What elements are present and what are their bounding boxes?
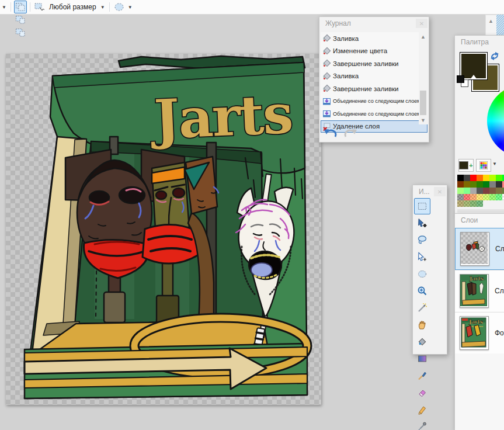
selection-mode-xor-button[interactable]	[14, 26, 27, 39]
paint-bucket-tool[interactable]	[414, 334, 430, 350]
tool-options-toolbar: ▼ Любой размер ▼	[0, 0, 504, 15]
lasso-select-icon	[417, 235, 427, 245]
palette-swatch[interactable]	[470, 175, 477, 181]
sampling-mode-icon[interactable]	[113, 1, 126, 13]
palette-swatch[interactable]	[464, 175, 470, 181]
tools-close-icon[interactable]: ✕	[434, 187, 446, 196]
history-item[interactable]: Объединение со следующим слоем	[321, 95, 427, 108]
palette-swatch[interactable]	[470, 194, 477, 200]
tools-panel-header[interactable]: И... ✕	[413, 185, 447, 198]
palette-swatch[interactable]	[489, 175, 496, 181]
pan-tool[interactable]	[414, 317, 430, 333]
layers-panel-header[interactable]: Слои	[455, 214, 504, 227]
history-item-label: Заливка	[333, 72, 359, 79]
zoom-tool[interactable]	[414, 283, 430, 299]
palette-swatch[interactable]	[470, 200, 477, 207]
palette-swatch[interactable]	[457, 188, 464, 194]
palette-swatch[interactable]	[477, 200, 483, 207]
selection-mode-intersect-button[interactable]	[14, 1, 27, 13]
palette-swatch[interactable]	[477, 181, 483, 188]
selection-mode-subtract-button[interactable]	[14, 13, 27, 26]
rectangle-select-tool[interactable]	[414, 198, 430, 214]
eraser-icon	[417, 387, 427, 398]
layer-row-background[interactable]: Jarts the darts game Фон	[455, 312, 504, 353]
history-panel-header[interactable]: Журнал ✕	[319, 17, 429, 30]
palette-swatch[interactable]	[496, 175, 502, 181]
palette-panel-header[interactable]: Палитра	[455, 36, 504, 48]
history-item[interactable]: Изменение цвета	[321, 45, 427, 58]
scroll-down-icon[interactable]: ▼	[419, 116, 427, 124]
palette-swatch[interactable]	[457, 181, 464, 188]
move-selection-icon	[417, 252, 427, 262]
color-picker-tool[interactable]	[414, 418, 430, 430]
paintbrush-tool[interactable]	[414, 367, 430, 384]
tools-panel: И... ✕ T	[412, 185, 447, 355]
layer-row-layer[interactable]: Слой	[455, 228, 504, 270]
swap-colors-icon[interactable]	[490, 51, 499, 61]
palette-swatch[interactable]	[483, 175, 489, 181]
toolbar-overflow-caret[interactable]: ▼	[0, 5, 8, 10]
palette-swatch[interactable]	[457, 200, 464, 207]
lasso-select-tool[interactable]	[414, 232, 430, 248]
layer-thumbnail: Jarts the darts game	[460, 316, 489, 350]
palette-swatch[interactable]	[483, 194, 489, 200]
move-selected-pixels-tool[interactable]	[414, 215, 430, 231]
ellipse-select-tool[interactable]	[414, 266, 430, 282]
redo-icon[interactable]	[343, 127, 358, 140]
palette-swatch[interactable]	[489, 181, 496, 188]
tools-panel-title: И...	[413, 188, 430, 196]
layer-row-layer[interactable]: Jarts Слой	[455, 270, 504, 311]
sampling-mode-caret[interactable]: ▼	[126, 5, 134, 10]
palette-swatch[interactable]	[483, 188, 489, 194]
add-color-button[interactable]: +	[458, 159, 474, 172]
palette-swatch[interactable]	[464, 181, 470, 188]
palette-swatch[interactable]	[457, 175, 464, 181]
palette-swatch[interactable]	[470, 188, 477, 194]
history-item[interactable]: Объединение со следующим слоем	[321, 108, 427, 120]
palette-swatch[interactable]	[483, 181, 489, 188]
selection-size-label[interactable]: Любой размер	[47, 3, 99, 11]
palette-swatch[interactable]	[464, 194, 470, 200]
palette-hscrollbar[interactable]	[457, 209, 504, 213]
history-item[interactable]: Завершение заливки	[321, 57, 427, 70]
scroll-up-icon[interactable]: ▲	[419, 32, 427, 41]
palette-swatch[interactable]	[464, 188, 470, 194]
selection-size-icon[interactable]	[33, 1, 46, 13]
tools-grid: T	[414, 198, 446, 430]
palette-menu-caret[interactable]: ▼	[492, 161, 497, 167]
palette-swatch[interactable]	[489, 194, 496, 200]
selection-size-caret[interactable]: ▼	[99, 5, 107, 10]
drawing-canvas[interactable]: Jarts	[6, 54, 321, 405]
pencil-tool[interactable]	[414, 401, 430, 418]
palette-swatch[interactable]	[470, 181, 477, 188]
palette-swatch[interactable]	[457, 194, 464, 200]
palette-swatch[interactable]	[496, 188, 502, 194]
palette-swatch[interactable]	[496, 194, 502, 200]
palette-swatch[interactable]	[489, 188, 496, 194]
move-selection-tool[interactable]	[414, 249, 430, 265]
palette-swatch[interactable]	[477, 175, 483, 181]
history-panel-title: Журнал	[319, 19, 351, 27]
magic-wand-tool[interactable]	[414, 300, 430, 316]
palette-swatch[interactable]	[477, 188, 483, 194]
scroll-up-icon[interactable]: ▲	[486, 16, 495, 25]
history-close-icon[interactable]: ✕	[416, 19, 427, 28]
history-item[interactable]: Завершение заливки	[321, 82, 427, 95]
history-item[interactable]: Заливка	[321, 32, 427, 45]
palette-menu-button[interactable]	[476, 159, 491, 172]
magic-wand-icon	[417, 303, 427, 313]
palette-swatch[interactable]	[477, 194, 483, 200]
eraser-tool[interactable]	[414, 384, 430, 401]
reset-bw-swatch[interactable]	[457, 75, 468, 87]
palette-swatch[interactable]	[464, 200, 470, 207]
canvas-vertical-scrollbar[interactable]: ▲	[485, 15, 498, 37]
palette-swatch[interactable]	[496, 181, 502, 188]
gradient-tool[interactable]	[414, 351, 430, 367]
history-scroll-thumb[interactable]	[420, 91, 426, 115]
history-scrollbar[interactable]: ▲ ▼	[419, 32, 427, 124]
history-item[interactable]: Заливка	[321, 70, 427, 83]
selection-mode-subtract-icon	[15, 15, 26, 25]
color-wheel[interactable]	[487, 85, 504, 157]
undo-icon[interactable]	[323, 127, 338, 140]
palette-panel: Палитра + ▼	[454, 35, 504, 214]
